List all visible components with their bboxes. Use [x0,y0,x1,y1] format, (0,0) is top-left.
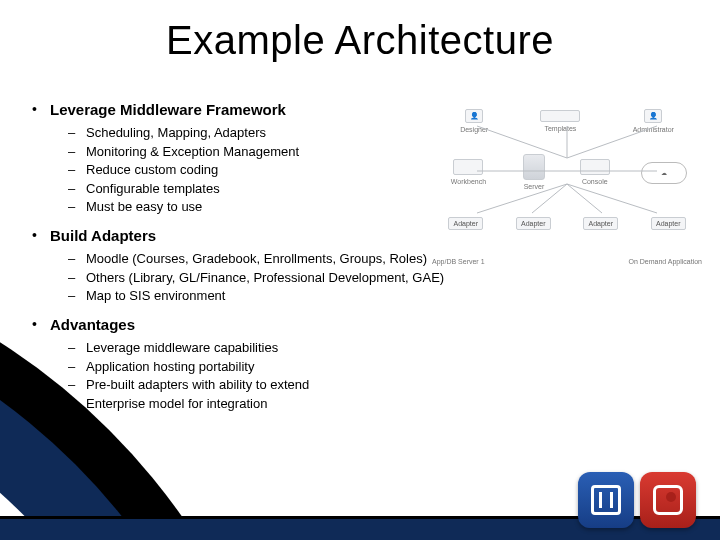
diagram-row-top: 👤 Designer Templates 👤 Administrator [432,96,702,147]
diagram-label: Workbench [447,176,490,187]
bullet: Configurable templates [68,180,428,198]
architecture-diagram: 👤 Designer Templates 👤 Administrator Wor… [432,96,702,251]
section-heading: Leverage Middleware Framework [50,100,428,120]
cloud-icon: ☁ [641,162,687,184]
diagram-label: Templates [540,123,580,134]
workbench-icon [453,159,483,175]
server-icon [523,154,545,180]
diagram-footer-right: On Demand Application [628,258,702,265]
person-icon: 👤 [465,109,483,123]
diagram-label: Administrator [629,124,678,135]
adapter-node: Adapter [448,217,483,230]
bullet: Scheduling, Mapping, Adapters [68,124,428,142]
adapter-node: Adapter [583,217,618,230]
diagram-row-bottom: Adapter Adapter Adapter Adapter [432,198,702,249]
diagram-row-mid: Workbench Server Console ☁ [432,147,702,198]
console-icon [580,159,610,175]
slide: Example Architecture Leverage Middleware… [0,0,720,540]
bullet: Must be easy to use [68,198,428,216]
section-advantages: Advantages Leverage middleware capabilit… [28,315,428,412]
bullet: Enterprise model for integration [68,395,428,413]
bullet: Application hosting portability [68,358,428,376]
section-heading: Advantages [50,315,428,335]
templates-icon [540,110,580,122]
bullet: Reduce custom coding [68,161,428,179]
diagram-label: Console [578,176,612,187]
logo-blue-icon [578,472,634,528]
diagram-footer-left: App/DB Server 1 [432,258,485,265]
logo-group [578,472,696,528]
adapter-node: Adapter [651,217,686,230]
logo-red-icon [640,472,696,528]
bullet: Others (Library, GL/Finance, Professiona… [68,269,548,287]
diagram-footer: App/DB Server 1 On Demand Application [432,258,702,265]
diagram-label: Server [520,181,549,192]
bullet: Leverage middleware capabilities [68,339,428,357]
diagram-label: Designer [456,124,492,135]
section-middleware: Leverage Middleware Framework Scheduling… [28,100,428,216]
slide-title: Example Architecture [0,18,720,63]
bullet: Pre-built adapters with ability to exten… [68,376,428,394]
person-icon: 👤 [644,109,662,123]
bullet: Map to SIS environment [68,287,548,305]
bullet: Monitoring & Exception Management [68,143,428,161]
adapter-node: Adapter [516,217,551,230]
slide-body: Leverage Middleware Framework Scheduling… [28,100,428,422]
